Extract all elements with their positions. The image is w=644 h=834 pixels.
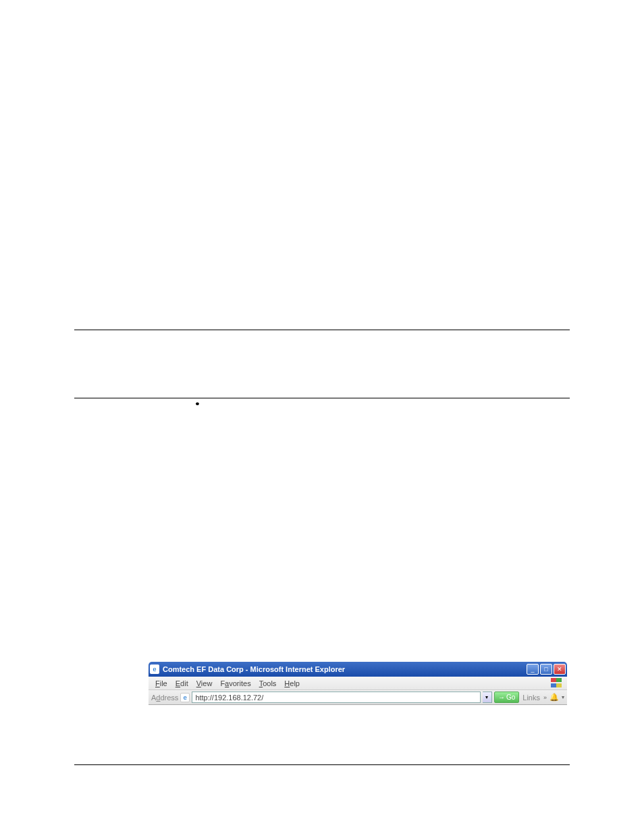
divider-footer [74,764,570,765]
addressbar: Address e ▾ → Go Links » 🔔 ▾ [149,690,567,705]
links-label[interactable]: Links [521,694,541,702]
browser-window: e Comtech EF Data Corp - Microsoft Inter… [149,662,567,705]
divider-top [74,330,570,330]
menu-edit[interactable]: Edit [171,679,192,687]
divider-mid [74,398,570,398]
page-content [74,330,570,398]
go-button[interactable]: → Go [494,692,519,703]
arrow-right-icon: → [498,694,505,701]
menu-view[interactable]: View [192,679,217,687]
window-title: Comtech EF Data Corp - Microsoft Interne… [163,665,527,673]
menubar: File Edit View Favorites Tools Help [149,677,567,690]
popup-blocker-icon[interactable]: 🔔 [549,692,560,703]
ie-icon: e [150,664,159,674]
address-label: Address [151,694,178,702]
dropdown-icon[interactable]: ▾ [562,694,564,700]
window-controls: _ □ ✕ [527,664,566,675]
chevron-right-icon: » [543,694,547,701]
titlebar: e Comtech EF Data Corp - Microsoft Inter… [149,662,567,677]
address-input[interactable] [192,692,481,703]
page-icon: e [180,693,190,702]
maximize-button[interactable]: □ [540,664,552,675]
menu-file[interactable]: File [151,679,171,687]
close-button[interactable]: ✕ [554,664,566,675]
menu-help[interactable]: Help [280,679,304,687]
minimize-button[interactable]: _ [527,664,539,675]
address-dropdown-icon[interactable]: ▾ [483,692,492,703]
menu-tools[interactable]: Tools [255,679,281,687]
menu-favorites[interactable]: Favorites [216,679,254,687]
windows-logo-icon [551,678,564,689]
go-label: Go [506,694,515,701]
